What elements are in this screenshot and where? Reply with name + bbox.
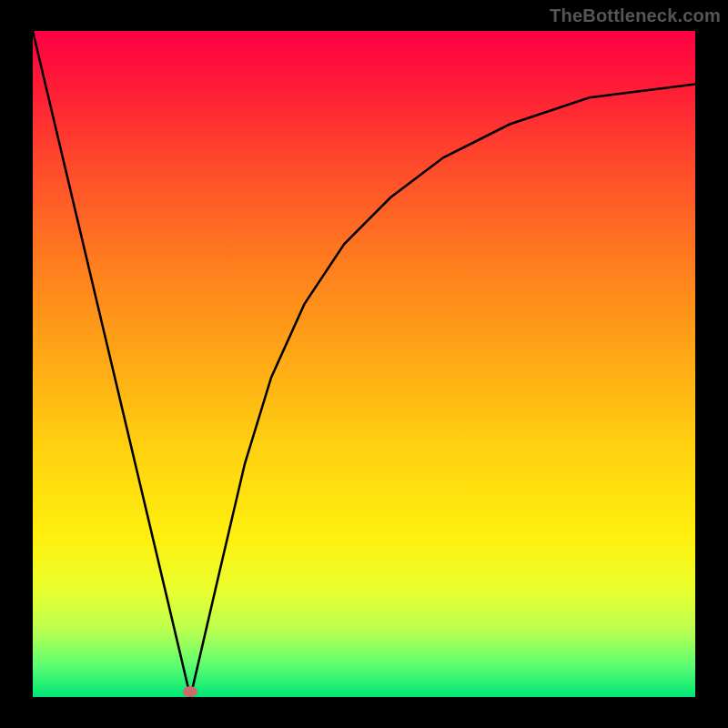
watermark-text: TheBottleneck.com xyxy=(550,5,721,26)
chart-frame: TheBottleneck.com xyxy=(0,0,728,728)
minimum-marker xyxy=(183,686,197,697)
plot-area xyxy=(33,31,695,697)
curve-svg xyxy=(33,31,695,697)
bottleneck-curve xyxy=(33,31,695,697)
